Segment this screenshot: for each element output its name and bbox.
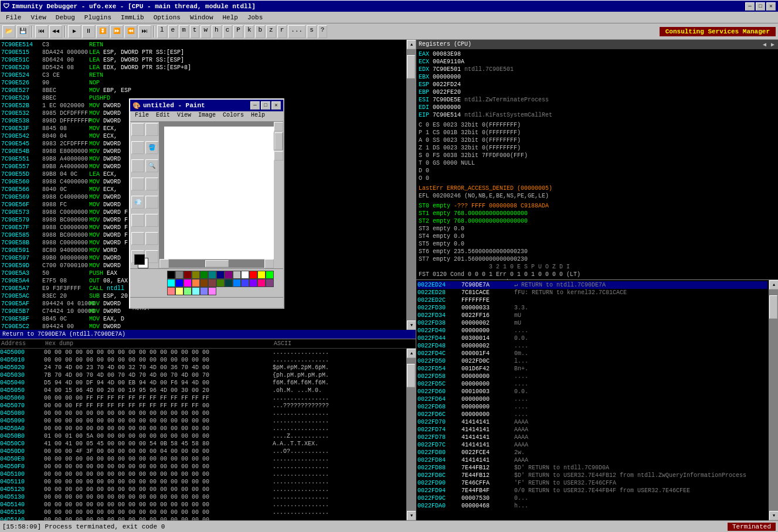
color-swatch[interactable] (233, 271, 241, 279)
scroll-up-arrow[interactable]: ▲ (407, 40, 416, 49)
paint-menu-image[interactable]: Image (196, 112, 218, 121)
tool-zoom[interactable]: 🔍 (145, 159, 158, 172)
color-swatch[interactable] (192, 287, 200, 295)
hex-scrollbar[interactable]: ▲ ▼ (406, 349, 416, 520)
color-swatch[interactable] (200, 279, 208, 287)
toolbar-dots[interactable]: ... (288, 25, 305, 38)
color-swatch[interactable] (249, 271, 257, 279)
hex-scroll-up[interactable]: ▲ (407, 349, 416, 358)
stack-row[interactable]: 0022FD6400000000.... (417, 395, 767, 403)
hex-row[interactable]: 04D506000 00 00 00 FF FF FF FF FF FF FF … (0, 394, 406, 402)
menu-options[interactable]: Options (150, 13, 184, 22)
stack-row[interactable]: 0022FD6C00000000.... (417, 411, 767, 418)
tool-line[interactable]: / (131, 214, 144, 227)
hex-row[interactable]: 04D50A000 00 00 00 00 00 00 00 00 00 00 … (0, 425, 406, 432)
toolbar-P[interactable]: P (233, 25, 243, 38)
tool-polygon[interactable]: ⬡ (145, 232, 158, 245)
paint-hscroll-thumb[interactable] (205, 260, 229, 267)
stack-row[interactable]: 0022FD60000100030.0. (417, 388, 767, 395)
hex-scroll-thumb[interactable] (407, 364, 415, 387)
paint-canvas[interactable]: ▲ ▼ ◀ ▶ (159, 122, 283, 268)
paint-scrollbar-v[interactable]: ▲ ▼ (274, 122, 283, 259)
disasm-row[interactable]: 7C90E5158DA424 000000LEA ESP, DWORD PTR … (1, 49, 405, 56)
hex-row[interactable]: 04D50D000 00 00 4F 3F 00 00 00 00 00 00 … (0, 448, 406, 455)
color-swatch[interactable] (241, 279, 249, 287)
disasm-row[interactable]: 7C90E524C3 CERETN (1, 71, 405, 79)
color-swatch[interactable] (167, 287, 175, 295)
hex-row[interactable]: 04D50F000 00 00 00 00 00 00 00 00 00 00 … (0, 463, 406, 470)
stack-row[interactable]: 0022FD8C7E44FB12$D' RETURN to USER32.7E4… (417, 472, 767, 479)
paint-scroll-down[interactable]: ▼ (274, 151, 283, 161)
stack-row[interactable]: 0022FD44003000140.0. (417, 335, 767, 342)
color-swatch[interactable] (167, 271, 175, 279)
color-swatch[interactable] (184, 279, 192, 287)
color-swatch[interactable] (167, 279, 175, 287)
close-button[interactable]: ✕ (766, 2, 776, 11)
paint-fg-color[interactable] (134, 254, 145, 265)
toolbar-r[interactable]: r (277, 25, 287, 38)
toolbar-open[interactable]: 📂 (2, 25, 15, 38)
paint-menu-colors[interactable]: Colors (220, 112, 246, 121)
toolbar-h[interactable]: h (212, 25, 222, 38)
stack-row[interactable]: 0022FD7841414141AAAA (417, 434, 767, 441)
disasm-row[interactable]: 7C90E5278BECMOV EBP, ESP (1, 87, 405, 94)
reg-nav-prev[interactable]: ◀ (762, 41, 767, 48)
toolbar-run[interactable]: ▶ (68, 25, 81, 38)
toolbar-m[interactable]: m (179, 25, 189, 38)
tool-airbrush[interactable]: 💨 (131, 196, 144, 209)
stack-row[interactable]: 0022FD7441414141AAAA (417, 426, 767, 434)
stack-row[interactable]: 0022ED247C90DE7A↵ RETURN to ntdll.7C90DE… (417, 281, 767, 289)
toolbar-trace[interactable]: ⏭ (138, 25, 151, 38)
color-swatch[interactable] (266, 279, 274, 287)
paint-vscroll-thumb[interactable] (274, 132, 283, 150)
color-swatch[interactable] (249, 279, 257, 287)
toolbar-q[interactable]: ? (318, 25, 328, 38)
stack-row[interactable]: 0022FD5C00000000.... (417, 380, 767, 388)
hex-row[interactable]: 04D5040D5 94 4D 00 DF 94 4D 00 EB 94 4D … (0, 379, 406, 387)
color-swatch[interactable] (257, 271, 266, 279)
color-swatch[interactable] (184, 287, 192, 295)
stack-row[interactable]: 0022FD5800000000.... (417, 373, 767, 380)
menu-plugins[interactable]: Plugins (81, 13, 115, 22)
toolbar-c[interactable]: c (223, 25, 233, 38)
toolbar-b[interactable]: b (255, 25, 265, 38)
toolbar-z[interactable]: z (266, 25, 276, 38)
disasm-row[interactable]: 7C90E5C2894424 00MOV DWORD (1, 323, 405, 330)
paint-scroll-left[interactable]: ◀ (159, 259, 169, 268)
hex-row[interactable]: 04D508000 00 00 00 00 00 00 00 00 00 00 … (0, 410, 406, 417)
hex-row[interactable]: 04D513000 00 00 00 00 00 00 00 00 00 00 … (0, 493, 406, 501)
disasm-row[interactable]: 7C90E52690NOP (1, 79, 405, 87)
tool-brush[interactable]: 🖌 (145, 178, 158, 190)
stack-row[interactable]: 0022FD4C000001F40m.. (417, 350, 767, 357)
paint-menu-file[interactable]: File (133, 112, 151, 121)
hex-row[interactable]: 04D511000 00 00 00 00 00 00 00 00 00 00 … (0, 478, 406, 486)
hex-row[interactable]: 04D514000 00 00 00 00 00 00 00 00 00 00 … (0, 501, 406, 509)
hex-scroll-track[interactable] (407, 358, 416, 511)
menu-file[interactable]: File (2, 13, 25, 22)
disasm-row[interactable]: 7C90E51C8D6424 00LEA ESP, DWORD PTR SS:[… (1, 56, 405, 64)
color-swatch[interactable] (192, 279, 200, 287)
hex-row[interactable]: 04D50307B 70 4D 00 70 4D 00 70 4D 70 4D … (0, 371, 406, 379)
toolbar-rewind[interactable]: ⏮ (35, 25, 48, 38)
stack-row[interactable]: 0022FD4800000002.... (417, 342, 767, 350)
stack-row[interactable]: 0022FD800022FCE42w. (417, 449, 767, 456)
toolbar-save[interactable]: 💾 (16, 25, 29, 38)
hex-row[interactable]: 04D500000 00 00 00 00 00 00 00 00 00 00 … (0, 349, 406, 356)
color-swatch[interactable] (184, 271, 192, 279)
stack-row[interactable]: 0022FD6800000000.... (417, 403, 767, 411)
hex-row[interactable]: 04D512000 00 00 00 00 00 00 00 00 00 00 … (0, 486, 406, 493)
tool-color-picker[interactable]: ✏ (131, 159, 144, 172)
paint-minimize[interactable]: ─ (250, 101, 260, 110)
tool-rect[interactable]: □ (131, 232, 144, 245)
tool-text[interactable]: A (145, 196, 158, 209)
stack-scroll-down[interactable]: ▼ (769, 511, 778, 520)
color-swatch[interactable] (192, 271, 200, 279)
toolbar-pause[interactable]: ⏸ (82, 25, 95, 38)
color-swatch[interactable] (175, 287, 184, 295)
hex-row[interactable]: 04D51A000 00 00 00 00 00 00 00 00 00 00 … (0, 516, 406, 520)
hex-row[interactable]: 04D501000 00 00 00 00 00 00 00 00 00 00 … (0, 356, 406, 364)
stack-row[interactable]: 0022FD887E44FB12$D' RETURN to ntdll.7C90… (417, 464, 767, 472)
color-swatch[interactable] (225, 279, 233, 287)
disasm-row[interactable]: 7C90E5BF8B45 0CMOV EAX, D (1, 315, 405, 323)
paint-hscroll-track[interactable] (169, 260, 264, 268)
